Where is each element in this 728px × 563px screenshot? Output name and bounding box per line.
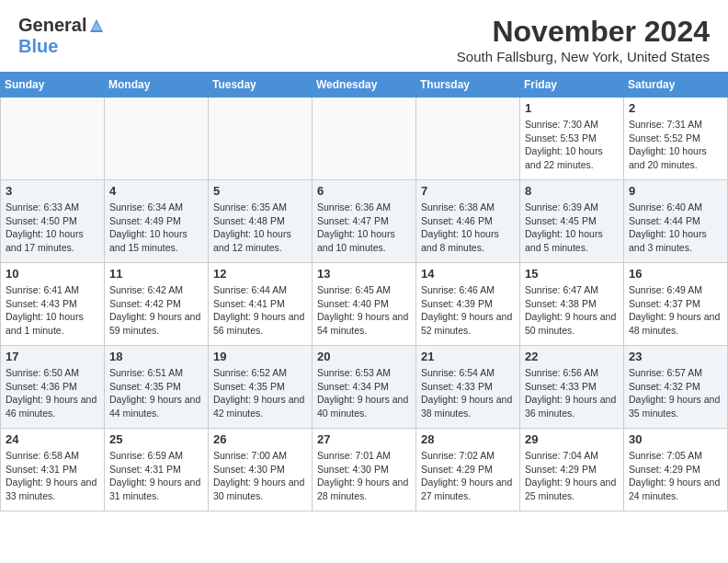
calendar-cell: 27Sunrise: 7:01 AM Sunset: 4:30 PM Dayli… — [313, 429, 416, 511]
day-info: Sunrise: 6:46 AM Sunset: 4:39 PM Dayligh… — [421, 283, 515, 338]
calendar-cell: 25Sunrise: 6:59 AM Sunset: 4:31 PM Dayli… — [105, 429, 209, 511]
calendar-cell: 28Sunrise: 7:02 AM Sunset: 4:29 PM Dayli… — [416, 429, 520, 511]
day-info: Sunrise: 6:47 AM Sunset: 4:38 PM Dayligh… — [525, 283, 619, 338]
calendar-cell: 8Sunrise: 6:39 AM Sunset: 4:45 PM Daylig… — [520, 180, 624, 263]
day-number: 19 — [213, 350, 307, 363]
day-info: Sunrise: 7:01 AM Sunset: 4:30 PM Dayligh… — [317, 449, 411, 503]
calendar-cell: 6Sunrise: 6:36 AM Sunset: 4:47 PM Daylig… — [313, 180, 416, 263]
calendar-cell: 15Sunrise: 6:47 AM Sunset: 4:38 PM Dayli… — [520, 263, 624, 346]
location-text: South Fallsburg, New York, United States — [457, 49, 710, 64]
day-info: Sunrise: 6:33 AM Sunset: 4:50 PM Dayligh… — [6, 201, 99, 255]
weekday-header-wednesday: Wednesday — [313, 73, 416, 98]
day-number: 12 — [213, 267, 307, 281]
day-number: 11 — [109, 267, 203, 281]
calendar-cell — [416, 98, 520, 180]
day-info: Sunrise: 6:36 AM Sunset: 4:47 PM Dayligh… — [317, 201, 411, 255]
calendar-cell: 5Sunrise: 6:35 AM Sunset: 4:48 PM Daylig… — [209, 180, 313, 263]
day-number: 21 — [421, 350, 515, 363]
day-info: Sunrise: 6:44 AM Sunset: 4:41 PM Dayligh… — [213, 283, 307, 338]
calendar-cell — [105, 98, 209, 180]
day-number: 4 — [109, 184, 203, 198]
day-info: Sunrise: 7:31 AM Sunset: 5:52 PM Dayligh… — [629, 118, 722, 172]
day-number: 6 — [317, 184, 411, 198]
day-info: Sunrise: 7:02 AM Sunset: 4:29 PM Dayligh… — [421, 449, 515, 503]
calendar-cell: 26Sunrise: 7:00 AM Sunset: 4:30 PM Dayli… — [209, 429, 313, 511]
calendar-cell: 22Sunrise: 6:56 AM Sunset: 4:33 PM Dayli… — [520, 346, 624, 429]
day-info: Sunrise: 6:53 AM Sunset: 4:34 PM Dayligh… — [317, 366, 411, 420]
calendar-cell: 2Sunrise: 7:31 AM Sunset: 5:52 PM Daylig… — [624, 98, 728, 180]
day-number: 1 — [525, 101, 619, 115]
day-info: Sunrise: 6:58 AM Sunset: 4:31 PM Dayligh… — [6, 449, 99, 503]
calendar-cell: 11Sunrise: 6:42 AM Sunset: 4:42 PM Dayli… — [105, 263, 209, 346]
day-number: 3 — [6, 184, 99, 198]
day-info: Sunrise: 6:51 AM Sunset: 4:35 PM Dayligh… — [109, 366, 203, 420]
calendar-cell: 13Sunrise: 6:45 AM Sunset: 4:40 PM Dayli… — [313, 263, 416, 346]
day-number: 14 — [421, 267, 515, 281]
calendar-cell: 1Sunrise: 7:30 AM Sunset: 5:53 PM Daylig… — [520, 98, 624, 180]
title-block: November 2024 South Fallsburg, New York,… — [457, 15, 710, 64]
day-number: 7 — [421, 184, 515, 198]
day-number: 24 — [6, 432, 99, 446]
calendar-cell: 3Sunrise: 6:33 AM Sunset: 4:50 PM Daylig… — [1, 180, 105, 263]
weekday-header-monday: Monday — [105, 73, 209, 98]
calendar-cell: 17Sunrise: 6:50 AM Sunset: 4:36 PM Dayli… — [1, 346, 105, 429]
day-info: Sunrise: 6:40 AM Sunset: 4:44 PM Dayligh… — [629, 201, 722, 255]
day-number: 2 — [629, 101, 722, 115]
day-number: 23 — [629, 350, 722, 363]
calendar-cell — [313, 98, 416, 180]
day-info: Sunrise: 6:38 AM Sunset: 4:46 PM Dayligh… — [421, 201, 515, 255]
calendar-cell: 23Sunrise: 6:57 AM Sunset: 4:32 PM Dayli… — [624, 346, 728, 429]
day-number: 22 — [525, 350, 619, 363]
calendar-header-row: SundayMondayTuesdayWednesdayThursdayFrid… — [1, 73, 728, 98]
logo-icon — [88, 17, 105, 34]
day-info: Sunrise: 7:04 AM Sunset: 4:29 PM Dayligh… — [525, 449, 619, 503]
day-info: Sunrise: 6:52 AM Sunset: 4:35 PM Dayligh… — [213, 366, 307, 420]
day-info: Sunrise: 6:35 AM Sunset: 4:48 PM Dayligh… — [213, 201, 307, 255]
weekday-header-saturday: Saturday — [624, 73, 728, 98]
day-info: Sunrise: 6:54 AM Sunset: 4:33 PM Dayligh… — [421, 366, 515, 420]
day-number: 26 — [213, 432, 307, 446]
logo: General Blue — [18, 15, 105, 57]
day-info: Sunrise: 7:30 AM Sunset: 5:53 PM Dayligh… — [525, 118, 619, 172]
day-number: 13 — [317, 267, 411, 281]
day-number: 16 — [629, 267, 722, 281]
page-header: General Blue November 2024 South Fallsbu… — [0, 0, 728, 72]
day-number: 28 — [421, 432, 515, 446]
logo-blue-text: Blue — [18, 36, 58, 57]
weekday-header-thursday: Thursday — [416, 73, 520, 98]
day-number: 15 — [525, 267, 619, 281]
day-number: 8 — [525, 184, 619, 198]
calendar-cell: 14Sunrise: 6:46 AM Sunset: 4:39 PM Dayli… — [416, 263, 520, 346]
day-info: Sunrise: 6:56 AM Sunset: 4:33 PM Dayligh… — [525, 366, 619, 420]
calendar-cell: 30Sunrise: 7:05 AM Sunset: 4:29 PM Dayli… — [624, 429, 728, 511]
logo-general-text: General — [18, 15, 86, 36]
day-number: 17 — [6, 350, 99, 363]
day-info: Sunrise: 6:41 AM Sunset: 4:43 PM Dayligh… — [6, 283, 99, 338]
day-number: 25 — [109, 432, 203, 446]
weekday-header-sunday: Sunday — [1, 73, 105, 98]
calendar-cell: 10Sunrise: 6:41 AM Sunset: 4:43 PM Dayli… — [1, 263, 105, 346]
day-info: Sunrise: 6:59 AM Sunset: 4:31 PM Dayligh… — [109, 449, 203, 503]
calendar-table: SundayMondayTuesdayWednesdayThursdayFrid… — [0, 72, 728, 511]
calendar-cell: 12Sunrise: 6:44 AM Sunset: 4:41 PM Dayli… — [209, 263, 313, 346]
calendar-cell: 24Sunrise: 6:58 AM Sunset: 4:31 PM Dayli… — [1, 429, 105, 511]
weekday-header-friday: Friday — [520, 73, 624, 98]
day-info: Sunrise: 6:50 AM Sunset: 4:36 PM Dayligh… — [6, 366, 99, 420]
calendar-cell: 21Sunrise: 6:54 AM Sunset: 4:33 PM Dayli… — [416, 346, 520, 429]
day-info: Sunrise: 6:34 AM Sunset: 4:49 PM Dayligh… — [109, 201, 203, 255]
day-info: Sunrise: 7:05 AM Sunset: 4:29 PM Dayligh… — [629, 449, 722, 503]
day-number: 18 — [109, 350, 203, 363]
calendar-cell: 7Sunrise: 6:38 AM Sunset: 4:46 PM Daylig… — [416, 180, 520, 263]
calendar-cell — [1, 98, 105, 180]
calendar-cell: 4Sunrise: 6:34 AM Sunset: 4:49 PM Daylig… — [105, 180, 209, 263]
day-number: 29 — [525, 432, 619, 446]
day-number: 20 — [317, 350, 411, 363]
day-info: Sunrise: 6:45 AM Sunset: 4:40 PM Dayligh… — [317, 283, 411, 338]
calendar-cell: 18Sunrise: 6:51 AM Sunset: 4:35 PM Dayli… — [105, 346, 209, 429]
day-info: Sunrise: 6:39 AM Sunset: 4:45 PM Dayligh… — [525, 201, 619, 255]
day-number: 9 — [629, 184, 722, 198]
calendar-cell: 29Sunrise: 7:04 AM Sunset: 4:29 PM Dayli… — [520, 429, 624, 511]
calendar-cell: 9Sunrise: 6:40 AM Sunset: 4:44 PM Daylig… — [624, 180, 728, 263]
day-number: 30 — [629, 432, 722, 446]
day-info: Sunrise: 6:57 AM Sunset: 4:32 PM Dayligh… — [629, 366, 722, 420]
